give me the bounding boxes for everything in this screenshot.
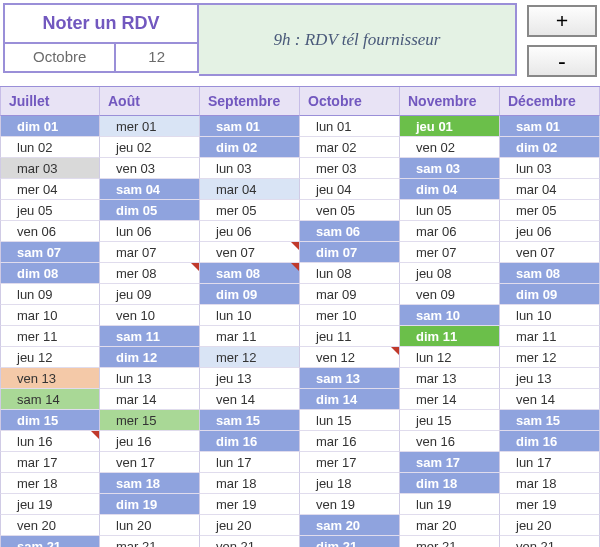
day-cell[interactable]: ven 07 xyxy=(500,242,600,263)
day-cell[interactable]: dim 16 xyxy=(200,431,300,452)
day-cell[interactable]: sam 08 xyxy=(200,263,300,284)
day-cell[interactable]: lun 10 xyxy=(200,305,300,326)
day-cell[interactable]: mar 13 xyxy=(400,368,500,389)
day-cell[interactable]: mar 20 xyxy=(400,515,500,536)
day-cell[interactable]: ven 16 xyxy=(400,431,500,452)
day-cell[interactable]: dim 16 xyxy=(500,431,600,452)
day-cell[interactable]: jeu 15 xyxy=(400,410,500,431)
month-header[interactable]: Septembre xyxy=(200,87,300,116)
day-cell[interactable]: mar 09 xyxy=(300,284,400,305)
day-cell[interactable]: ven 19 xyxy=(300,494,400,515)
day-input[interactable]: 12 xyxy=(116,44,197,71)
day-cell[interactable]: jeu 19 xyxy=(0,494,100,515)
day-cell[interactable]: mar 11 xyxy=(500,326,600,347)
month-header[interactable]: Novembre xyxy=(400,87,500,116)
month-header[interactable]: Août xyxy=(100,87,200,116)
day-cell[interactable]: mer 03 xyxy=(300,158,400,179)
day-cell[interactable]: dim 02 xyxy=(200,137,300,158)
day-cell[interactable]: jeu 09 xyxy=(100,284,200,305)
day-cell[interactable]: dim 12 xyxy=(100,347,200,368)
day-cell[interactable]: ven 10 xyxy=(100,305,200,326)
day-cell[interactable]: mar 11 xyxy=(200,326,300,347)
day-cell[interactable]: dim 04 xyxy=(400,179,500,200)
day-cell[interactable]: ven 20 xyxy=(0,515,100,536)
day-cell[interactable]: mar 21 xyxy=(100,536,200,547)
day-cell[interactable]: mar 16 xyxy=(300,431,400,452)
day-cell[interactable]: mer 19 xyxy=(500,494,600,515)
day-cell[interactable]: mer 01 xyxy=(100,116,200,137)
day-cell[interactable]: jeu 11 xyxy=(300,326,400,347)
day-cell[interactable]: dim 11 xyxy=(400,326,500,347)
day-cell[interactable]: sam 06 xyxy=(300,221,400,242)
day-cell[interactable]: lun 17 xyxy=(500,452,600,473)
day-cell[interactable]: mar 10 xyxy=(0,305,100,326)
day-cell[interactable]: dim 01 xyxy=(0,116,100,137)
month-header[interactable]: Juillet xyxy=(0,87,100,116)
day-cell[interactable]: jeu 13 xyxy=(200,368,300,389)
day-cell[interactable]: jeu 08 xyxy=(400,263,500,284)
day-cell[interactable]: mer 05 xyxy=(200,200,300,221)
day-cell[interactable]: sam 07 xyxy=(0,242,100,263)
day-cell[interactable]: sam 08 xyxy=(500,263,600,284)
day-cell[interactable]: jeu 20 xyxy=(200,515,300,536)
day-cell[interactable]: lun 19 xyxy=(400,494,500,515)
day-cell[interactable]: dim 14 xyxy=(300,389,400,410)
day-cell[interactable]: sam 04 xyxy=(100,179,200,200)
day-cell[interactable]: sam 01 xyxy=(500,116,600,137)
day-cell[interactable]: lun 06 xyxy=(100,221,200,242)
day-cell[interactable]: jeu 16 xyxy=(100,431,200,452)
day-cell[interactable]: sam 03 xyxy=(400,158,500,179)
day-cell[interactable]: ven 21 xyxy=(500,536,600,547)
day-cell[interactable]: sam 14 xyxy=(0,389,100,410)
day-cell[interactable]: mar 04 xyxy=(500,179,600,200)
day-cell[interactable]: jeu 20 xyxy=(500,515,600,536)
plus-button[interactable]: + xyxy=(527,5,597,37)
day-cell[interactable]: ven 12 xyxy=(300,347,400,368)
day-cell[interactable]: jeu 04 xyxy=(300,179,400,200)
day-cell[interactable]: sam 17 xyxy=(400,452,500,473)
day-cell[interactable]: jeu 01 xyxy=(400,116,500,137)
day-cell[interactable]: dim 08 xyxy=(0,263,100,284)
day-cell[interactable]: lun 05 xyxy=(400,200,500,221)
day-cell[interactable]: dim 07 xyxy=(300,242,400,263)
day-cell[interactable]: lun 20 xyxy=(100,515,200,536)
day-cell[interactable]: lun 08 xyxy=(300,263,400,284)
month-header[interactable]: Octobre xyxy=(300,87,400,116)
day-cell[interactable]: mer 05 xyxy=(500,200,600,221)
day-cell[interactable]: dim 19 xyxy=(100,494,200,515)
month-header[interactable]: Décembre xyxy=(500,87,600,116)
day-cell[interactable]: lun 12 xyxy=(400,347,500,368)
day-cell[interactable]: mer 10 xyxy=(300,305,400,326)
day-cell[interactable]: sam 15 xyxy=(200,410,300,431)
day-cell[interactable]: lun 16 xyxy=(0,431,100,452)
minus-button[interactable]: - xyxy=(527,45,597,77)
day-cell[interactable]: mer 07 xyxy=(400,242,500,263)
day-cell[interactable]: mer 12 xyxy=(500,347,600,368)
day-cell[interactable]: ven 13 xyxy=(0,368,100,389)
day-cell[interactable]: sam 20 xyxy=(300,515,400,536)
day-cell[interactable]: ven 09 xyxy=(400,284,500,305)
day-cell[interactable]: ven 03 xyxy=(100,158,200,179)
day-cell[interactable]: mer 19 xyxy=(200,494,300,515)
day-cell[interactable]: mar 18 xyxy=(500,473,600,494)
day-cell[interactable]: mer 17 xyxy=(300,452,400,473)
day-cell[interactable]: jeu 13 xyxy=(500,368,600,389)
day-cell[interactable]: ven 14 xyxy=(500,389,600,410)
day-cell[interactable]: sam 15 xyxy=(500,410,600,431)
day-cell[interactable]: mar 18 xyxy=(200,473,300,494)
day-cell[interactable]: lun 09 xyxy=(0,284,100,305)
day-cell[interactable]: sam 21 xyxy=(0,536,100,547)
day-cell[interactable]: lun 10 xyxy=(500,305,600,326)
day-cell[interactable]: dim 02 xyxy=(500,137,600,158)
day-cell[interactable]: mer 04 xyxy=(0,179,100,200)
day-cell[interactable]: mer 18 xyxy=(0,473,100,494)
day-cell[interactable]: mar 02 xyxy=(300,137,400,158)
day-cell[interactable]: sam 13 xyxy=(300,368,400,389)
day-cell[interactable]: lun 03 xyxy=(500,158,600,179)
day-cell[interactable]: ven 02 xyxy=(400,137,500,158)
day-cell[interactable]: jeu 05 xyxy=(0,200,100,221)
day-cell[interactable]: mar 17 xyxy=(0,452,100,473)
day-cell[interactable]: lun 02 xyxy=(0,137,100,158)
day-cell[interactable]: dim 15 xyxy=(0,410,100,431)
day-cell[interactable]: ven 06 xyxy=(0,221,100,242)
